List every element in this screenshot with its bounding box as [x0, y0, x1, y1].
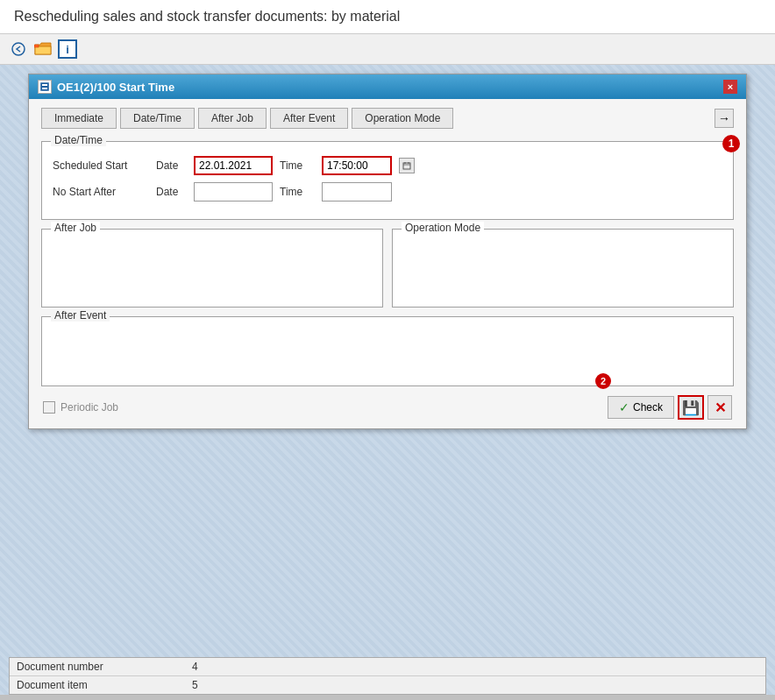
svg-rect-1: [35, 46, 51, 54]
check-button[interactable]: ✓ Check: [608, 396, 674, 419]
operation-mode-box: Operation Mode: [392, 229, 734, 308]
dialog-body: Immediate Date/Time After Job After Even…: [29, 99, 746, 428]
scheduled-start-date[interactable]: [194, 156, 273, 175]
main-area: OE1(2)/100 Start Time × Immediate Date/T…: [0, 65, 775, 695]
dialog-title: OE1(2)/100 Start Time: [57, 81, 174, 94]
tab-after-job[interactable]: After Job: [198, 108, 267, 129]
two-col-row: After Job Operation Mode: [41, 229, 734, 308]
toolbar: i: [0, 34, 775, 65]
no-start-after-label: No Start After: [53, 186, 149, 198]
periodic-job-label: Periodic Job: [60, 401, 118, 414]
date-sublabel-2: Date: [156, 186, 187, 198]
after-event-section: After Event: [41, 316, 734, 386]
doc-number-label: Document number: [17, 661, 192, 673]
tab-operation-mode[interactable]: Operation Mode: [352, 108, 453, 129]
doc-item-value: 5: [192, 679, 198, 691]
svg-rect-5: [42, 88, 47, 89]
scheduled-start-row: Scheduled Start Date Time: [53, 156, 722, 175]
after-job-title: After Job: [51, 222, 100, 234]
action-buttons: 2 ✓ Check 💾 ✕: [588, 395, 732, 420]
operation-mode-col: Operation Mode: [392, 229, 734, 308]
tab-datetime[interactable]: Date/Time: [120, 108, 195, 129]
tab-after-event[interactable]: After Event: [270, 108, 348, 129]
info-icon[interactable]: i: [58, 39, 77, 59]
after-job-box: After Job: [41, 229, 383, 308]
tab-arrow[interactable]: →: [715, 109, 734, 128]
tab-immediate[interactable]: Immediate: [41, 108, 117, 129]
bottom-row: Periodic Job 2 ✓ Check 💾 ✕: [41, 395, 734, 420]
datetime-section-title: Date/Time: [51, 134, 106, 146]
doc-number-value: 4: [192, 661, 198, 673]
calendar-button[interactable]: [399, 158, 415, 173]
table-row: Document number 4: [10, 658, 765, 676]
cancel-button[interactable]: ✕: [707, 395, 732, 420]
periodic-job-group: Periodic Job: [43, 401, 118, 414]
after-event-title: After Event: [51, 309, 110, 322]
dialog-icon: [38, 80, 52, 94]
svg-rect-4: [42, 84, 47, 86]
operation-mode-title: Operation Mode: [402, 222, 484, 234]
folder-icon[interactable]: [33, 39, 53, 59]
svg-rect-6: [403, 163, 410, 169]
scheduled-start-label: Scheduled Start: [53, 159, 149, 172]
date-sublabel-1: Date: [156, 159, 187, 172]
svg-rect-3: [40, 82, 49, 91]
tab-row: Immediate Date/Time After Job After Even…: [41, 108, 734, 129]
badge-1: 1: [722, 135, 740, 152]
doc-item-label: Document item: [17, 679, 192, 691]
periodic-job-checkbox[interactable]: [43, 401, 55, 414]
check-icon: ✓: [619, 400, 629, 414]
back-icon[interactable]: [9, 39, 28, 59]
after-job-col: After Job: [41, 229, 383, 308]
time-sublabel-2: Time: [280, 186, 315, 198]
svg-rect-2: [34, 45, 39, 47]
no-start-after-row: No Start After Date Time: [53, 182, 722, 202]
dialog: OE1(2)/100 Start Time × Immediate Date/T…: [28, 74, 747, 429]
scheduled-start-time[interactable]: [322, 156, 392, 175]
svg-point-0: [12, 43, 25, 55]
no-start-after-time[interactable]: [322, 182, 392, 202]
save-button[interactable]: 💾: [678, 395, 704, 420]
cancel-icon: ✕: [715, 399, 726, 416]
dialog-close-button[interactable]: ×: [723, 80, 737, 94]
dialog-header: OE1(2)/100 Start Time ×: [29, 74, 746, 99]
table-row: Document item 5: [10, 676, 765, 694]
badge-2: 2: [595, 373, 611, 389]
no-start-after-date[interactable]: [194, 182, 273, 202]
datetime-section: Date/Time 1 Scheduled Start Date Time: [41, 141, 734, 220]
window-title: Rescheduling sales and stock transfer do…: [0, 0, 775, 34]
time-sublabel-1: Time: [280, 159, 315, 172]
save-disk-icon: 💾: [682, 399, 700, 416]
bottom-table: Document number 4 Document item 5: [9, 657, 766, 695]
